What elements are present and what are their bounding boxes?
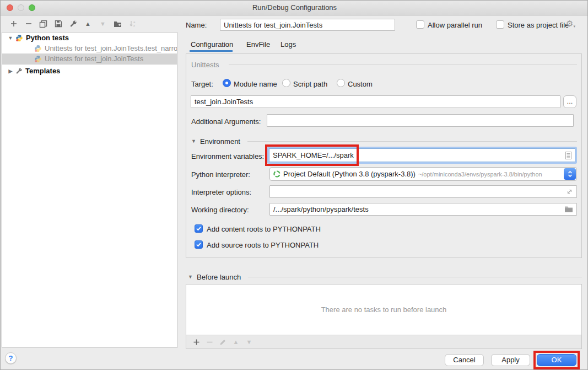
additional-arguments-label: Additional Arguments: — [191, 117, 261, 126]
tree-item-unittest-narrow[interactable]: Unittests for test_join.JoinTests.test_n… — [2, 43, 177, 53]
before-launch-divider — [248, 277, 582, 277]
move-task-down-icon[interactable]: ▼ — [242, 336, 256, 348]
edit-task-icon[interactable] — [216, 336, 229, 348]
browse-variables-icon[interactable] — [565, 152, 571, 159]
ok-button[interactable]: OK — [537, 354, 576, 366]
tree-item-label: Unittests for test_join.JoinTests — [45, 55, 143, 63]
minimize-window-button[interactable] — [18, 4, 24, 11]
python-interpreter-select[interactable]: Project Default (Python 3.8 (pyspark-3.8… — [269, 167, 577, 181]
working-directory-label: Working directory: — [191, 206, 249, 214]
move-up-icon[interactable]: ▲ — [80, 18, 95, 30]
target-custom-label[interactable]: Custom — [348, 80, 373, 88]
copy-icon — [39, 20, 47, 28]
configurations-tree: ▼ Python tests Unittests for test_join.J… — [2, 32, 177, 348]
store-as-project-file-label[interactable]: Store as project file — [508, 21, 569, 29]
chevron-down-icon[interactable]: ▼ — [7, 35, 14, 41]
plus-icon — [10, 20, 18, 28]
python-interpreter-path: ~/opt/miniconda3/envs/pyspark-3.8/bin/py… — [418, 171, 542, 178]
additional-arguments-input[interactable] — [267, 114, 574, 127]
name-label: Name: — [186, 21, 207, 29]
before-launch-label: Before launch — [197, 273, 241, 281]
edit-templates-icon[interactable] — [66, 18, 80, 30]
move-task-up-icon[interactable]: ▲ — [229, 336, 242, 348]
store-settings-gear-icon[interactable]: ⚙▾ — [566, 19, 575, 29]
before-launch-tasks-panel: There are no tasks to run before launch — [186, 284, 582, 335]
new-folder-icon[interactable] — [110, 18, 125, 30]
active-tab-underline — [190, 50, 233, 52]
add-task-icon[interactable] — [190, 336, 203, 348]
tab-logs[interactable]: Logs — [280, 40, 296, 49]
sort-az-icon: az — [129, 20, 137, 28]
python-tests-icon — [15, 34, 23, 42]
copy-configuration-icon[interactable] — [36, 18, 51, 30]
store-as-project-file-checkbox[interactable] — [496, 20, 504, 29]
name-input[interactable] — [220, 19, 395, 31]
python-interpreter-label: Python interpreter: — [191, 170, 250, 179]
environment-collapse-icon[interactable]: ▼ — [191, 138, 196, 144]
close-window-button[interactable] — [7, 4, 13, 11]
browse-button[interactable]: ... — [563, 95, 576, 108]
select-chevrons-icon[interactable] — [564, 168, 576, 180]
tree-item-unittest-jointests[interactable]: Unittests for test_join.JoinTests — [2, 53, 177, 64]
tab-envfile[interactable]: EnvFile — [246, 40, 270, 49]
templates-wrench-icon — [15, 67, 23, 74]
expand-field-icon[interactable] — [566, 188, 573, 195]
save-icon — [55, 20, 62, 28]
conda-environment-icon — [273, 170, 280, 178]
environment-divider — [247, 141, 577, 142]
apply-button[interactable]: Apply — [491, 354, 530, 366]
tree-item-templates[interactable]: ▶ Templates — [2, 66, 177, 76]
cancel-button[interactable]: Cancel — [445, 354, 484, 366]
tree-item-label: Templates — [25, 67, 60, 75]
sort-configurations-icon[interactable]: az — [125, 18, 140, 30]
target-custom-radio[interactable] — [337, 79, 345, 87]
folder-plus-icon — [114, 20, 122, 28]
chevron-right-icon[interactable]: ▶ — [7, 68, 14, 74]
svg-text:a: a — [133, 20, 136, 24]
tree-separator — [2, 64, 177, 65]
target-script-path-radio[interactable] — [282, 79, 290, 87]
python-test-icon — [34, 55, 42, 63]
title-bar: Run/Debug Configurations — [1, 1, 588, 15]
group-divider — [229, 65, 577, 65]
tree-item-python-tests[interactable]: ▼ Python tests — [2, 33, 177, 43]
target-module-name-radio[interactable] — [223, 79, 231, 87]
interpreter-options-label: Interpreter options: — [191, 188, 251, 196]
add-source-roots-checkbox[interactable] — [195, 240, 203, 249]
checkmark-icon — [196, 226, 202, 232]
minus-icon — [25, 20, 33, 28]
python-test-icon — [34, 45, 42, 52]
before-launch-toolbar: ▲ ▼ — [186, 335, 582, 349]
add-source-roots-label[interactable]: Add source roots to PYTHONPATH — [207, 241, 319, 249]
before-launch-collapse-icon[interactable]: ▼ — [188, 274, 193, 280]
allow-parallel-run-checkbox[interactable] — [416, 20, 424, 29]
interpreter-options-input[interactable] — [269, 185, 577, 198]
svg-text:z: z — [133, 24, 135, 28]
window-title: Run/Debug Configurations — [1, 1, 588, 15]
environment-section-label: Environment — [200, 137, 240, 146]
checkmark-icon — [196, 242, 202, 248]
folder-icon[interactable] — [564, 206, 573, 213]
zoom-window-button[interactable] — [29, 4, 35, 11]
target-script-path-label[interactable]: Script path — [293, 80, 327, 88]
target-module-name-label[interactable]: Module name — [234, 80, 277, 88]
move-down-icon[interactable]: ▼ — [95, 18, 110, 30]
save-configuration-icon[interactable] — [51, 18, 66, 30]
wrench-icon — [69, 20, 77, 28]
no-tasks-text: There are no tasks to run before launch — [321, 305, 447, 314]
add-configuration-icon[interactable] — [6, 18, 21, 30]
tab-configuration[interactable]: Configuration — [191, 40, 233, 49]
environment-variables-value: SPARK_HOME=/.../spark — [273, 151, 565, 159]
working-directory-input[interactable] — [269, 203, 577, 216]
environment-variables-field[interactable]: SPARK_HOME=/.../spark — [267, 147, 577, 164]
help-button[interactable]: ? — [5, 352, 17, 364]
target-label: Target: — [191, 80, 213, 88]
add-content-roots-checkbox[interactable] — [195, 224, 203, 233]
remove-task-icon[interactable] — [203, 336, 216, 348]
add-content-roots-label[interactable]: Add content roots to PYTHONPATH — [207, 225, 321, 233]
remove-configuration-icon[interactable] — [21, 18, 36, 30]
tree-item-label: Python tests — [26, 34, 69, 42]
target-input[interactable] — [191, 95, 560, 108]
tree-item-label: Unittests for test_join.JoinTests.test_n… — [45, 44, 177, 52]
allow-parallel-run-label[interactable]: Allow parallel run — [428, 21, 482, 29]
